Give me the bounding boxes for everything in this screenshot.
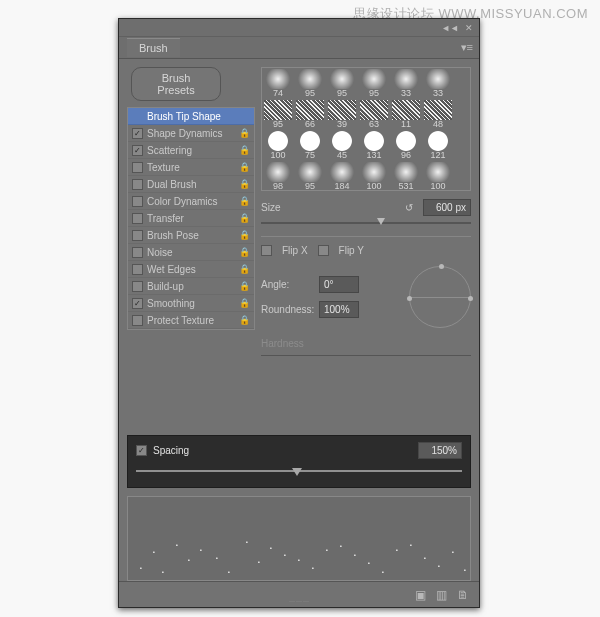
angle-wheel[interactable] — [409, 266, 471, 328]
option-checkbox[interactable] — [132, 247, 143, 258]
option-checkbox[interactable] — [132, 213, 143, 224]
collapse-icon[interactable]: ◄◄ — [441, 23, 459, 33]
option-checkbox[interactable]: ✓ — [132, 128, 143, 139]
brush-thumb[interactable]: 131 — [358, 130, 390, 161]
brush-thumbnails[interactable]: 7495959533339566396311481007545131961219… — [261, 67, 471, 191]
spacing-checkbox[interactable]: ✓ — [136, 445, 147, 456]
option-protect-texture[interactable]: Protect Texture🔒 — [128, 312, 254, 329]
lock-icon[interactable]: 🔒 — [239, 179, 250, 189]
option-noise[interactable]: Noise🔒 — [128, 244, 254, 261]
lock-icon[interactable]: 🔒 — [239, 128, 250, 138]
size-field[interactable] — [423, 199, 471, 216]
brush-thumb[interactable]: 95 — [294, 161, 326, 191]
brush-thumb[interactable]: 95 — [294, 68, 326, 99]
brush-thumb[interactable]: 33 — [422, 68, 454, 99]
brush-presets-button[interactable]: Brush Presets — [131, 67, 221, 101]
spacing-field[interactable] — [418, 442, 462, 459]
brush-thumb[interactable]: 74 — [262, 68, 294, 99]
brush-thumb[interactable]: 96 — [390, 130, 422, 161]
option-color-dynamics[interactable]: Color Dynamics🔒 — [128, 193, 254, 210]
brush-thumb[interactable]: 531 — [390, 161, 422, 191]
lock-icon[interactable]: 🔒 — [239, 230, 250, 240]
brush-thumb[interactable]: 66 — [294, 99, 326, 130]
option-wet-edges[interactable]: Wet Edges🔒 — [128, 261, 254, 278]
option-texture[interactable]: Texture🔒 — [128, 159, 254, 176]
option-checkbox[interactable]: ✓ — [132, 145, 143, 156]
brush-thumb[interactable]: 100 — [358, 161, 390, 191]
new-brush-icon[interactable]: ▥ — [436, 588, 447, 602]
brush-thumb[interactable]: 11 — [390, 99, 422, 130]
size-slider[interactable] — [261, 218, 471, 228]
brush-thumb[interactable]: 45 — [326, 130, 358, 161]
roundness-field[interactable] — [319, 301, 359, 318]
option-smoothing[interactable]: ✓Smoothing🔒 — [128, 295, 254, 312]
spacing-block: ✓ Spacing — [127, 435, 471, 488]
option-checkbox[interactable] — [132, 315, 143, 326]
option-checkbox[interactable] — [132, 264, 143, 275]
brush-thumb[interactable]: 98 — [262, 161, 294, 191]
close-icon[interactable]: ✕ — [465, 23, 473, 33]
lock-icon[interactable]: 🔒 — [239, 162, 250, 172]
resize-handle[interactable]: ⋯⋯⋯ — [289, 597, 310, 604]
option-brush-pose[interactable]: Brush Pose🔒 — [128, 227, 254, 244]
size-label: Size — [261, 202, 319, 213]
option-scattering[interactable]: ✓Scattering🔒 — [128, 142, 254, 159]
option-checkbox[interactable]: ✓ — [132, 298, 143, 309]
option-checkbox[interactable] — [132, 196, 143, 207]
brush-thumb-size: 184 — [326, 182, 358, 191]
hardness-slider — [261, 351, 471, 361]
option-label: Transfer — [147, 213, 235, 224]
option-transfer[interactable]: Transfer🔒 — [128, 210, 254, 227]
create-preset-icon[interactable]: 🗎 — [457, 588, 469, 602]
option-shape-dynamics[interactable]: ✓Shape Dynamics🔒 — [128, 125, 254, 142]
option-checkbox[interactable] — [132, 281, 143, 292]
toggle-preview-icon[interactable]: ▣ — [415, 588, 426, 602]
brush-thumb-size: 11 — [390, 120, 422, 129]
brush-thumb-size: 33 — [422, 89, 454, 98]
brush-thumb[interactable]: 39 — [326, 99, 358, 130]
option-checkbox[interactable] — [132, 230, 143, 241]
brush-thumb-size: 33 — [390, 89, 422, 98]
brush-thumb[interactable]: 95 — [358, 68, 390, 99]
flipx-checkbox[interactable] — [261, 245, 272, 256]
lock-icon[interactable]: 🔒 — [239, 247, 250, 257]
brush-thumb-size: 96 — [390, 151, 422, 160]
lock-icon[interactable]: 🔒 — [239, 315, 250, 325]
lock-icon[interactable]: 🔒 — [239, 145, 250, 155]
brush-thumb-size: 100 — [358, 182, 390, 191]
lock-icon[interactable]: 🔒 — [239, 264, 250, 274]
option-label: Dual Brush — [147, 179, 235, 190]
brush-thumb-size: 100 — [422, 182, 454, 191]
option-label: Shape Dynamics — [147, 128, 235, 139]
lock-icon[interactable]: 🔒 — [239, 298, 250, 308]
brush-thumb[interactable]: 33 — [390, 68, 422, 99]
option-brush-tip-shape[interactable]: Brush Tip Shape — [128, 108, 254, 125]
option-build-up[interactable]: Build-up🔒 — [128, 278, 254, 295]
brush-thumb-size: 95 — [294, 182, 326, 191]
brush-thumb[interactable]: 95 — [262, 99, 294, 130]
option-checkbox[interactable] — [132, 162, 143, 173]
brush-thumb[interactable]: 63 — [358, 99, 390, 130]
size-reset-icon[interactable]: ↺ — [401, 201, 417, 215]
brush-thumb-size: 98 — [262, 182, 294, 191]
angle-field[interactable] — [319, 276, 359, 293]
brush-thumb[interactable]: 184 — [326, 161, 358, 191]
brush-thumb-size: 95 — [326, 89, 358, 98]
brush-thumb[interactable]: 121 — [422, 130, 454, 161]
option-dual-brush[interactable]: Dual Brush🔒 — [128, 176, 254, 193]
brush-thumb[interactable]: 100 — [422, 161, 454, 191]
brush-thumb-size: 531 — [390, 182, 422, 191]
brush-thumb-size: 95 — [294, 89, 326, 98]
brush-thumb[interactable]: 75 — [294, 130, 326, 161]
tab-brush[interactable]: Brush — [127, 38, 180, 57]
lock-icon[interactable]: 🔒 — [239, 213, 250, 223]
option-checkbox[interactable] — [132, 179, 143, 190]
panel-menu-icon[interactable]: ▾≡ — [461, 41, 473, 54]
flipy-checkbox[interactable] — [318, 245, 329, 256]
lock-icon[interactable]: 🔒 — [239, 196, 250, 206]
spacing-slider[interactable] — [136, 465, 462, 477]
brush-thumb[interactable]: 95 — [326, 68, 358, 99]
brush-thumb[interactable]: 100 — [262, 130, 294, 161]
lock-icon[interactable]: 🔒 — [239, 281, 250, 291]
brush-thumb[interactable]: 48 — [422, 99, 454, 130]
